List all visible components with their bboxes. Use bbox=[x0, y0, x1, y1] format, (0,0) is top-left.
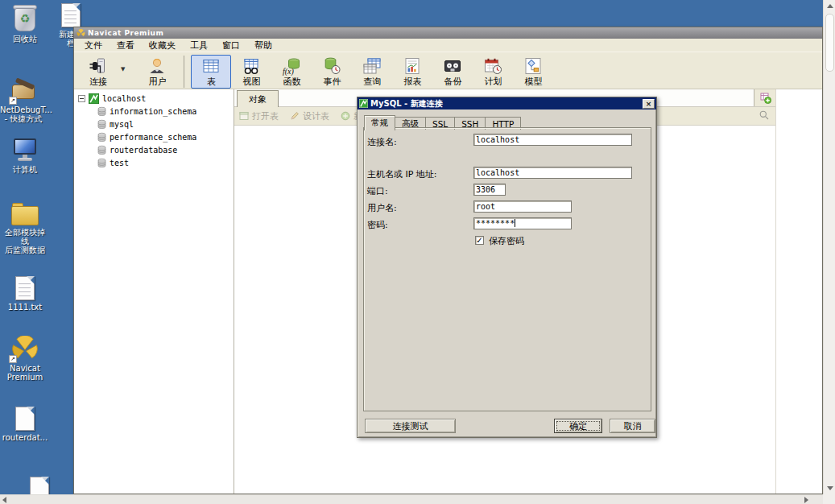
scroll-right-icon[interactable] bbox=[804, 497, 808, 503]
user-icon bbox=[147, 56, 167, 76]
text-file-icon bbox=[15, 276, 35, 300]
navicat-logo-icon: ↗ bbox=[10, 336, 39, 361]
tree-item-localhost[interactable]: localhost bbox=[74, 92, 234, 105]
toolbar-label: 查询 bbox=[363, 76, 381, 88]
desktop-icon-recycle-bin[interactable]: ♻ 回收站 bbox=[2, 3, 48, 43]
main-toolbar: 连接 ▼ 用户 表 视图 f(x) 函数 bbox=[74, 52, 822, 89]
tree-item-db[interactable]: information_schema bbox=[74, 105, 234, 118]
close-icon[interactable]: × bbox=[643, 99, 655, 109]
menu-tools[interactable]: 工具 bbox=[183, 39, 215, 52]
icon-label-line1: Navicat bbox=[10, 364, 40, 373]
toolbar-table-button[interactable]: 表 bbox=[191, 55, 231, 89]
menu-favorites[interactable]: 收藏夹 bbox=[142, 39, 183, 52]
dialog-titlebar[interactable]: MySQL - 新建连接 × bbox=[358, 97, 656, 109]
menu-view[interactable]: 查看 bbox=[110, 39, 142, 52]
desktop-icon-computer[interactable]: 计算机 bbox=[2, 137, 48, 174]
icon-label: 1111.txt bbox=[2, 303, 48, 312]
search-button[interactable] bbox=[759, 109, 770, 123]
scroll-down-icon[interactable] bbox=[827, 486, 833, 490]
scroll-left-icon[interactable] bbox=[2, 497, 6, 503]
tab-objects[interactable]: 对象 bbox=[237, 90, 279, 107]
menu-help[interactable]: 帮助 bbox=[247, 39, 279, 52]
toolbar-user-button[interactable]: 用户 bbox=[137, 55, 177, 89]
toolbar-function-button[interactable]: f(x) 函数 bbox=[271, 55, 312, 89]
toolbar-label: 连接 bbox=[89, 76, 107, 88]
host-input[interactable]: localhost bbox=[473, 167, 632, 179]
tree-item-label: routerdatabase bbox=[110, 146, 177, 155]
save-password-checkbox[interactable]: ✓ bbox=[475, 236, 484, 245]
database-icon bbox=[97, 158, 106, 168]
toolbar-schedule-button[interactable]: 计划 bbox=[473, 55, 513, 89]
text-caret bbox=[515, 219, 515, 227]
vertical-scrollbar[interactable] bbox=[823, 0, 835, 494]
connection-tree: localhost information_schema mysql perfo… bbox=[74, 89, 234, 494]
scroll-up-icon[interactable] bbox=[827, 4, 833, 8]
toolbar-view-button[interactable]: 视图 bbox=[231, 55, 271, 89]
scrollbar-corner bbox=[823, 494, 835, 504]
desktop: ♻ 回收站 新建文档 ↗ NetDebugT...- 快捷方式 计算机 全部模块… bbox=[0, 0, 835, 504]
window-title: Navicat Premium bbox=[88, 29, 163, 37]
mysql-dialog-icon bbox=[359, 99, 368, 108]
window-titlebar[interactable]: Navicat Premium bbox=[74, 27, 822, 39]
open-table-icon bbox=[239, 111, 249, 121]
port-label: 端口: bbox=[367, 185, 388, 197]
event-icon bbox=[322, 56, 341, 76]
toolbar-label: 报表 bbox=[403, 76, 421, 88]
toolbar-model-button[interactable]: 模型 bbox=[513, 55, 553, 89]
horizontal-scrollbar[interactable] bbox=[0, 494, 823, 504]
tab-general[interactable]: 常规 bbox=[364, 115, 395, 130]
cancel-button[interactable]: 取消 bbox=[610, 419, 655, 433]
password-input[interactable]: ******** bbox=[473, 217, 572, 229]
tree-item-label: information_schema bbox=[110, 107, 196, 116]
vertical-scroll-thumb[interactable] bbox=[825, 14, 834, 72]
username-input[interactable]: root bbox=[473, 200, 572, 213]
toolbar-label: 用户 bbox=[148, 76, 166, 88]
toolbar-connect-button[interactable]: 连接 bbox=[78, 55, 118, 89]
database-icon bbox=[97, 145, 106, 155]
tree-item-db[interactable]: mysql bbox=[74, 118, 234, 130]
test-connection-button[interactable]: 连接测试 bbox=[365, 419, 456, 433]
text-document-icon bbox=[61, 3, 81, 27]
desktop-icon-navicat-premium[interactable]: ↗ NavicatPremium bbox=[2, 336, 48, 382]
desktop-icon-routerdat-file[interactable]: routerdat... bbox=[2, 407, 48, 442]
plug-icon bbox=[89, 56, 108, 76]
connection-name-label: 连接名: bbox=[367, 136, 397, 148]
tree-item-db[interactable]: routerdatabase bbox=[74, 143, 234, 156]
desktop-icon-netdebug-shortcut[interactable]: ↗ NetDebugT...- 快捷方式 bbox=[0, 82, 47, 123]
connect-dropdown-arrow[interactable]: ▼ bbox=[118, 66, 127, 72]
table-icon bbox=[201, 56, 221, 76]
menu-window[interactable]: 窗口 bbox=[215, 39, 247, 52]
connection-name-input[interactable]: localhost bbox=[473, 134, 632, 146]
icon-label-line2: Premium bbox=[7, 373, 43, 382]
toolbar-label: 表 bbox=[207, 76, 216, 88]
shortcut-arrow-icon: ↗ bbox=[9, 97, 17, 105]
ok-button[interactable]: 确定 bbox=[554, 419, 602, 433]
toolbar-backup-button[interactable]: 备份 bbox=[432, 55, 473, 89]
desktop-icon-module-data-folder[interactable]: 全部模块掉线后监测数据 bbox=[2, 203, 48, 254]
tree-item-db[interactable]: performance_schema bbox=[74, 130, 234, 143]
toolbar-query-button[interactable]: 查询 bbox=[352, 55, 392, 89]
icon-label-line1: 全部模块掉线 bbox=[5, 228, 45, 246]
menu-file[interactable]: 文件 bbox=[77, 39, 110, 52]
backup-icon bbox=[443, 56, 462, 76]
tree-item-label: test bbox=[110, 159, 129, 167]
toolbar-label: 模型 bbox=[524, 76, 542, 88]
desktop-icon-1111-txt[interactable]: 1111.txt bbox=[2, 276, 48, 312]
database-icon bbox=[97, 106, 106, 117]
new-object-cell[interactable] bbox=[754, 89, 776, 106]
open-table-button[interactable]: 打开表 bbox=[239, 110, 279, 122]
icon-label: routerdat... bbox=[2, 433, 48, 442]
design-table-button[interactable]: 设计表 bbox=[290, 110, 329, 122]
collapse-icon[interactable] bbox=[78, 95, 85, 102]
mysql-connection-icon bbox=[89, 93, 99, 104]
folder-icon bbox=[11, 203, 39, 225]
save-password-label: 保存密码 bbox=[489, 235, 524, 247]
toolbar-report-button[interactable]: 报表 bbox=[392, 55, 432, 89]
toolbar-separator bbox=[184, 56, 184, 88]
netdebug-tool-icon: ↗ bbox=[10, 82, 36, 103]
port-input[interactable]: 3306 bbox=[473, 184, 506, 196]
pencil-icon bbox=[290, 111, 300, 121]
tree-item-db[interactable]: test bbox=[74, 156, 234, 169]
toolbar-event-button[interactable]: 事件 bbox=[312, 55, 352, 89]
icon-label: 回收站 bbox=[2, 35, 48, 43]
